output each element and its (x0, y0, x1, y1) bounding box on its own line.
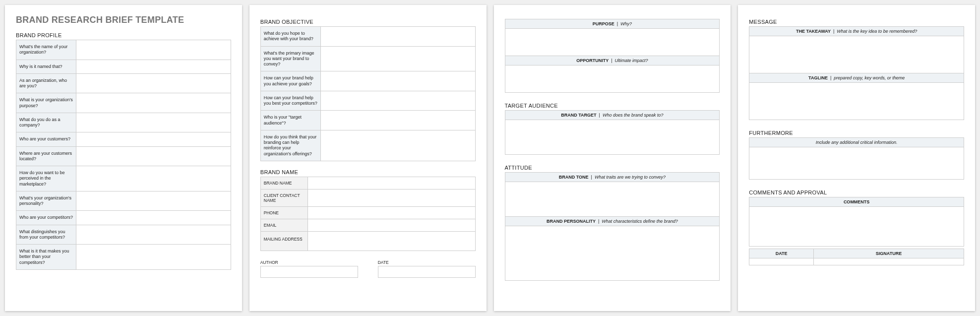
purpose-header: PURPOSE | Why? (505, 19, 720, 29)
tagline-label: TAGLINE (808, 75, 828, 80)
brand-personality-header: BRAND PERSONALITY | What characteristics… (505, 217, 720, 226)
name-label-0: BRAND NAME (260, 177, 307, 189)
tagline-box[interactable] (749, 83, 964, 120)
brand-personality-prompt: What characteristics define the brand? (602, 219, 678, 224)
profile-q-6: Where are your customers located? (16, 146, 76, 166)
profile-q-3: What is your organization's purpose? (16, 93, 76, 113)
author-input[interactable] (260, 266, 358, 278)
objective-a-3[interactable] (320, 91, 475, 111)
comments-header: COMMENTS (749, 197, 964, 207)
objective-q-0: What do you hope to achieve with your br… (260, 27, 320, 47)
objective-q-2: How can your brand help you achieve your… (260, 71, 320, 91)
brand-tone-header: BRAND TONE | What traits are we trying t… (505, 172, 720, 182)
name-label-3: EMAIL (260, 219, 307, 231)
brand-objective-table: What do you hope to achieve with your br… (260, 26, 476, 161)
profile-a-10[interactable] (76, 225, 231, 245)
brand-name-table: BRAND NAME CLIENT CONTACT NAME PHONE EMA… (260, 177, 476, 251)
name-field-0[interactable] (307, 177, 475, 189)
objective-a-4[interactable] (320, 111, 475, 130)
page-3: PURPOSE | Why? OPPORTUNITY | Ultimate im… (494, 5, 731, 311)
objective-a-2[interactable] (320, 71, 475, 91)
name-label-2: PHONE (260, 206, 307, 219)
comments-label: COMMENTS (844, 199, 870, 204)
profile-a-4[interactable] (76, 113, 231, 132)
target-audience-heading: TARGET AUDIENCE (505, 103, 720, 109)
page-2: BRAND OBJECTIVE What do you hope to achi… (249, 5, 487, 311)
objective-q-3: How can your brand help you best your co… (260, 91, 320, 111)
separator: | (615, 21, 620, 26)
name-field-2[interactable] (307, 206, 475, 219)
profile-a-2[interactable] (76, 73, 231, 93)
objective-q-1: What's the primary image you want your b… (260, 46, 320, 71)
comments-box[interactable] (749, 207, 964, 247)
date-label: DATE (378, 260, 476, 265)
profile-a-6[interactable] (76, 146, 231, 166)
brand-objective-heading: BRAND OBJECTIVE (260, 19, 476, 25)
profile-a-0[interactable] (76, 40, 231, 60)
takeaway-header: THE TAKEAWAY | What is the key idea to b… (749, 26, 964, 36)
profile-q-9: Who are your competitors? (16, 211, 76, 225)
name-field-4[interactable] (307, 231, 475, 251)
brand-personality-label: BRAND PERSONALITY (547, 219, 596, 224)
takeaway-box[interactable] (749, 36, 964, 73)
brand-name-heading: BRAND NAME (260, 169, 476, 175)
profile-q-2: As an organization, who are you? (16, 73, 76, 93)
name-field-3[interactable] (307, 219, 475, 231)
furthermore-header: Include any additional critical informat… (749, 137, 964, 147)
page-4: MESSAGE THE TAKEAWAY | What is the key i… (738, 5, 975, 311)
objective-a-5[interactable] (320, 130, 475, 161)
page-1: BRAND RESEARCH BRIEF TEMPLATE BRAND PROF… (5, 5, 242, 311)
brand-target-header: BRAND TARGET | Who does the brand speak … (505, 110, 720, 120)
objective-a-1[interactable] (320, 46, 475, 71)
name-label-4: MAILING ADDRESS (260, 231, 307, 251)
profile-a-8[interactable] (76, 191, 231, 211)
separator: | (610, 58, 615, 63)
profile-a-11[interactable] (76, 245, 231, 270)
opportunity-box[interactable] (505, 65, 720, 93)
approval-signature-cell[interactable] (814, 258, 964, 265)
tagline-prompt: prepared copy, key words, or theme (834, 75, 905, 80)
opportunity-label: OPPORTUNITY (576, 58, 609, 63)
furthermore-box[interactable] (749, 147, 964, 180)
brand-target-label: BRAND TARGET (561, 113, 596, 118)
brand-tone-prompt: What traits are we trying to convey? (595, 175, 666, 180)
objective-a-0[interactable] (320, 27, 475, 47)
brand-target-prompt: Who does the brand speak to? (603, 113, 664, 118)
brand-personality-box[interactable] (505, 226, 720, 281)
profile-q-4: What do you do as a company? (16, 113, 76, 132)
opportunity-header: OPPORTUNITY | Ultimate impact? (505, 56, 720, 65)
attitude-heading: ATTITUDE (505, 165, 720, 171)
brand-profile-table: What's the name of your organization? Wh… (16, 40, 231, 270)
takeaway-prompt: What is the key idea to be remembered? (837, 29, 917, 34)
purpose-box[interactable] (505, 29, 720, 56)
approval-signature-header: SIGNATURE (814, 249, 964, 258)
author-label: AUTHOR (260, 260, 358, 265)
profile-q-8: What's your organization's personality? (16, 191, 76, 211)
separator: | (829, 75, 834, 80)
profile-a-3[interactable] (76, 93, 231, 113)
brand-profile-heading: BRAND PROFILE (16, 32, 231, 38)
opportunity-prompt: Ultimate impact? (615, 58, 648, 63)
comments-approval-heading: COMMENTS AND APPROVAL (749, 190, 964, 195)
profile-q-1: Why is it named that? (16, 60, 76, 73)
separator: | (832, 29, 837, 34)
name-field-1[interactable] (307, 189, 475, 206)
objective-q-4: Who is your "target audience"? (260, 111, 320, 130)
separator: | (597, 219, 602, 224)
takeaway-label: THE TAKEAWAY (796, 29, 831, 34)
brand-target-box[interactable] (505, 120, 720, 155)
brand-tone-label: BRAND TONE (559, 175, 589, 180)
profile-q-10: What distinguishes you from your competi… (16, 225, 76, 245)
tagline-header: TAGLINE | prepared copy, key words, or t… (749, 73, 964, 83)
date-input[interactable] (378, 266, 476, 278)
profile-a-7[interactable] (76, 166, 231, 191)
profile-a-1[interactable] (76, 60, 231, 73)
profile-a-9[interactable] (76, 211, 231, 225)
approval-date-cell[interactable] (749, 258, 814, 265)
furthermore-heading: FURTHERMORE (749, 130, 964, 136)
profile-a-5[interactable] (76, 132, 231, 146)
message-heading: MESSAGE (749, 19, 964, 25)
name-label-1: CLIENT CONTACT NAME (260, 189, 307, 206)
document-title: BRAND RESEARCH BRIEF TEMPLATE (16, 15, 231, 25)
brand-tone-box[interactable] (505, 182, 720, 217)
